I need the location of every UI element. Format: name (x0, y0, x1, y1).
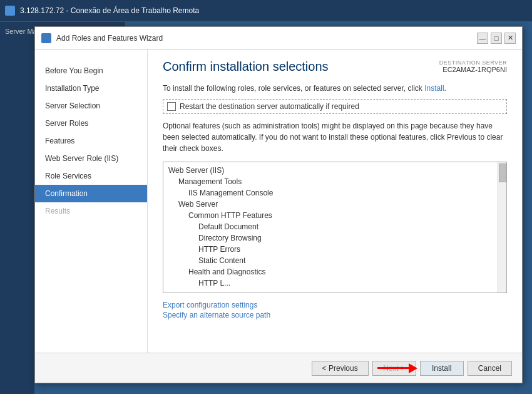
minimize-button[interactable]: — (477, 33, 488, 44)
intro-text: To install the following roles, role ser… (163, 84, 507, 93)
sidebar: Before You Begin Installation Type Serve… (35, 49, 148, 353)
optional-text: Optional features (such as administratio… (163, 120, 507, 154)
sidebar-item-results: Results (35, 202, 147, 220)
restart-checkbox-label: Restart the destination server automatic… (180, 102, 359, 111)
feature-static-content: Static Content (163, 255, 498, 266)
modal-titlebar-icon (41, 33, 51, 43)
sidebar-item-confirmation[interactable]: Confirmation (35, 185, 147, 202)
feature-health-diagnostics: Health and Diagnostics (163, 266, 498, 277)
sidebar-item-before-you-begin[interactable]: Before You Begin (35, 62, 147, 80)
titlebar-controls: — □ ✕ (477, 33, 516, 44)
sidebar-item-web-server-role[interactable]: Web Server Role (IIS) (35, 150, 147, 167)
main-content: Confirm installation selections DESTINAT… (148, 49, 522, 353)
features-scrollbar[interactable] (498, 162, 506, 293)
feature-web-server: Web Server (163, 199, 498, 210)
install-button-container: Install (420, 361, 464, 376)
modal-body: Before You Begin Installation Type Serve… (35, 49, 522, 353)
sidebar-item-installation-type[interactable]: Installation Type (35, 80, 147, 97)
export-config-link[interactable]: Export configuration settings (163, 301, 507, 309)
modal-footer: < Previous Next > Install Cancel (35, 353, 522, 383)
close-button[interactable]: ✕ (504, 33, 516, 44)
sidebar-item-server-selection[interactable]: Server Selection (35, 97, 147, 115)
feature-http-logging: HTTP L... (163, 277, 498, 289)
intro-period: . (444, 84, 446, 93)
cancel-button[interactable]: Cancel (468, 361, 512, 376)
alternate-source-link[interactable]: Specify an alternate source path (163, 311, 507, 319)
page-title: Confirm installation selections (163, 60, 329, 74)
feature-web-server-iis: Web Server (IIS) (163, 165, 498, 176)
install-link[interactable]: Install (424, 84, 444, 93)
taskbar-icon (5, 6, 15, 16)
features-list-box: Web Server (IIS) Management Tools IIS Ma… (163, 162, 507, 293)
modal-titlebar: Add Roles and Features Wizard — □ ✕ (35, 27, 522, 49)
restart-checkbox[interactable] (167, 102, 176, 111)
feature-http-errors: HTTP Errors (163, 244, 498, 255)
modal-dialog: Add Roles and Features Wizard — □ ✕ Befo… (34, 26, 523, 383)
feature-iis-mgmt-console: IIS Management Console (163, 187, 498, 199)
destination-server-name: EC2AMAZ-1RQP6NI (439, 66, 507, 73)
sidebar-item-server-roles[interactable]: Server Roles (35, 115, 147, 132)
restart-checkbox-row[interactable]: Restart the destination server automatic… (163, 99, 507, 114)
feature-management-tools: Management Tools (163, 176, 498, 187)
scrollbar-thumb[interactable] (499, 163, 506, 182)
destination-server-label: DESTINATION SERVER (439, 60, 507, 66)
intro-text-before: To install the following roles, role ser… (163, 84, 422, 93)
sidebar-item-features[interactable]: Features (35, 132, 147, 150)
destination-server-info: DESTINATION SERVER EC2AMAZ-1RQP6NI (439, 60, 507, 73)
maximize-button[interactable]: □ (491, 33, 502, 44)
page-header: Confirm installation selections DESTINAT… (163, 60, 507, 74)
taskbar: 3.128.172.72 - Conexão de Área de Trabal… (0, 0, 532, 21)
sidebar-item-role-services[interactable]: Role Services (35, 167, 147, 185)
feature-directory-browsing: Directory Browsing (163, 232, 498, 244)
feature-common-http: Common HTTP Features (163, 210, 498, 221)
feature-default-document: Default Document (163, 221, 498, 232)
server-manager-strip (0, 22, 34, 394)
next-button[interactable]: Next > (372, 361, 416, 376)
link-row: Export configuration settings Specify an… (163, 301, 507, 319)
install-button[interactable]: Install (420, 361, 464, 376)
previous-button[interactable]: < Previous (312, 361, 369, 376)
modal-title: Add Roles and Features Wizard (56, 34, 477, 43)
taskbar-title: 3.128.172.72 - Conexão de Área de Trabal… (20, 6, 199, 15)
